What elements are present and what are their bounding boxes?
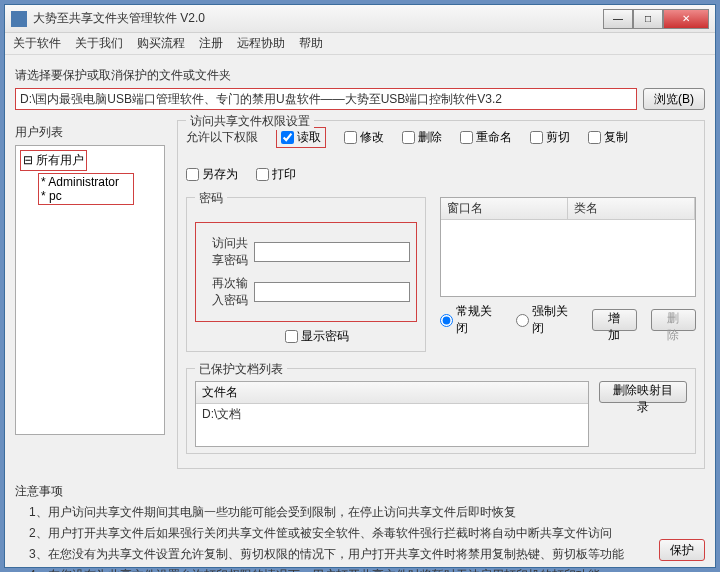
perm-print-checkbox[interactable] bbox=[256, 168, 269, 181]
delete-button[interactable]: 删除 bbox=[651, 309, 696, 331]
menu-about-software[interactable]: 关于软件 bbox=[13, 35, 61, 52]
note-item: 4、在您没有为共享文件设置允许打印权限的情况下，用户打开共享文件时将暂时无法启用… bbox=[29, 567, 705, 572]
tree-item[interactable]: * pc bbox=[41, 189, 131, 203]
protected-files-table[interactable]: 文件名 D:\文档 bbox=[195, 381, 589, 447]
menu-register[interactable]: 注册 bbox=[199, 35, 223, 52]
notes-title: 注意事项 bbox=[15, 483, 705, 500]
window-list-table[interactable]: 窗口名 类名 bbox=[440, 197, 696, 297]
protected-col-filename: 文件名 bbox=[196, 382, 588, 404]
window-title: 大势至共享文件夹管理软件 V2.0 bbox=[33, 10, 603, 27]
password-input[interactable] bbox=[254, 242, 410, 262]
perm-label: 允许以下权限 bbox=[186, 129, 258, 146]
perm-delete-checkbox[interactable] bbox=[402, 131, 415, 144]
select-prompt-label: 请选择要保护或取消保护的文件或文件夹 bbox=[15, 67, 705, 84]
close-button[interactable]: ✕ bbox=[663, 9, 709, 29]
note-item: 3、在您没有为共享文件设置允许复制、剪切权限的情况下，用户打开共享文件时将禁用复… bbox=[29, 546, 705, 563]
close-normal-radio[interactable] bbox=[440, 314, 453, 327]
perm-modify-checkbox[interactable] bbox=[344, 131, 357, 144]
tree-root[interactable]: ⊟ 所有用户 bbox=[20, 150, 87, 171]
pwd2-label: 再次输入密码 bbox=[202, 275, 248, 309]
close-force-radio[interactable] bbox=[516, 314, 529, 327]
app-icon bbox=[11, 11, 27, 27]
title-bar: 大势至共享文件夹管理软件 V2.0 — □ ✕ bbox=[5, 5, 715, 33]
menu-remote-help[interactable]: 远程协助 bbox=[237, 35, 285, 52]
userlist-title: 用户列表 bbox=[15, 124, 165, 141]
note-item: 2、用户打开共享文件后如果强行关闭共享文件筐或被安全软件、杀毒软件强行拦截时将自… bbox=[29, 525, 705, 542]
password-confirm-input[interactable] bbox=[254, 282, 410, 302]
permissions-title: 访问共享文件权限设置 bbox=[186, 113, 314, 130]
password-title: 密码 bbox=[195, 190, 227, 207]
user-tree[interactable]: ⊟ 所有用户 * Administrator * pc bbox=[15, 145, 165, 435]
perm-read-checkbox[interactable] bbox=[281, 131, 294, 144]
maximize-button[interactable]: □ bbox=[633, 9, 663, 29]
protected-row[interactable]: D:\文档 bbox=[196, 404, 588, 425]
delete-mapping-button[interactable]: 删除映射目录 bbox=[599, 381, 687, 403]
show-password-checkbox[interactable] bbox=[285, 330, 298, 343]
perm-copy-checkbox[interactable] bbox=[588, 131, 601, 144]
add-button[interactable]: 增加 bbox=[592, 309, 637, 331]
menu-about-us[interactable]: 关于我们 bbox=[75, 35, 123, 52]
protected-list-title: 已保护文档列表 bbox=[195, 361, 287, 378]
minimize-button[interactable]: — bbox=[603, 9, 633, 29]
path-input[interactable] bbox=[15, 88, 637, 110]
menu-bar: 关于软件 关于我们 购买流程 注册 远程协助 帮助 bbox=[5, 33, 715, 55]
permissions-group: 访问共享文件权限设置 允许以下权限 读取 修改 删除 重命名 剪切 复制 另存为… bbox=[177, 120, 705, 469]
protect-button[interactable]: 保护 bbox=[659, 539, 705, 561]
tree-item[interactable]: * Administrator bbox=[41, 175, 131, 189]
col-window-name: 窗口名 bbox=[441, 198, 568, 219]
browse-button[interactable]: 浏览(B) bbox=[643, 88, 705, 110]
perm-saveas-checkbox[interactable] bbox=[186, 168, 199, 181]
perm-rename-checkbox[interactable] bbox=[460, 131, 473, 144]
perm-cut-checkbox[interactable] bbox=[530, 131, 543, 144]
pwd1-label: 访问共享密码 bbox=[202, 235, 248, 269]
col-class-name: 类名 bbox=[568, 198, 695, 219]
note-item: 1、用户访问共享文件期间其电脑一些功能可能会受到限制，在停止访问共享文件后即时恢… bbox=[29, 504, 705, 521]
menu-help[interactable]: 帮助 bbox=[299, 35, 323, 52]
menu-purchase[interactable]: 购买流程 bbox=[137, 35, 185, 52]
